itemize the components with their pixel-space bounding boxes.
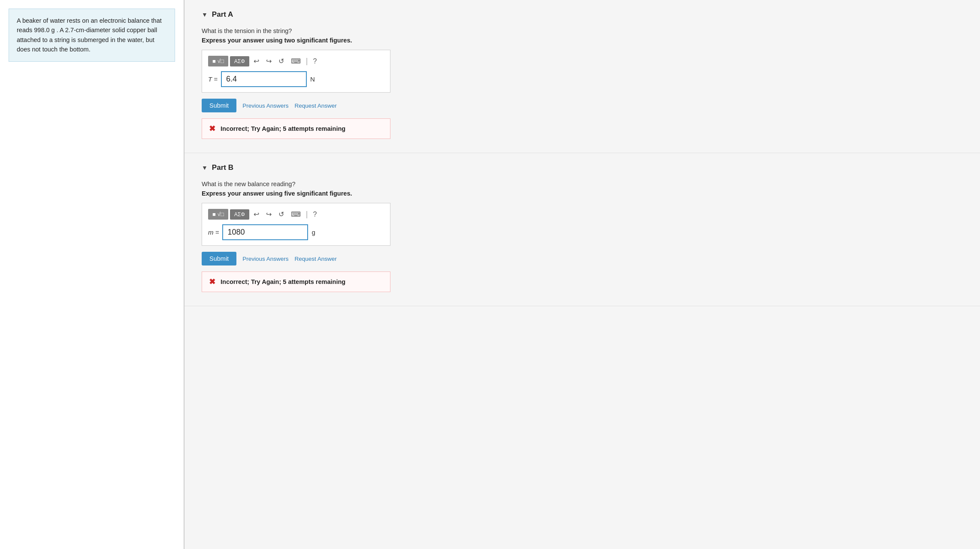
math-sqrt-icon-a: ■ [212, 58, 216, 64]
part-a-request-answer-btn[interactable]: Request Answer [294, 103, 336, 109]
part-b-unit: g [312, 229, 315, 236]
part-b-feedback-box: ✖ Incorrect; Try Again; 5 attempts remai… [202, 271, 390, 292]
part-b-title: Part B [212, 163, 233, 172]
undo-btn-b[interactable]: ↩ [251, 208, 262, 220]
reset-icon-a: ↺ [278, 57, 284, 65]
reset-btn-a[interactable]: ↺ [276, 55, 287, 67]
part-b-input[interactable] [222, 224, 308, 240]
greek-btn-b[interactable]: ΑΣΦ [230, 209, 249, 220]
redo-icon-b: ↪ [266, 211, 272, 218]
part-a-submit-btn[interactable]: Submit [202, 99, 236, 112]
math-sqrt-text-b: √□ [218, 211, 224, 217]
math-sqrt-text-a: √□ [218, 58, 224, 64]
reset-btn-b[interactable]: ↺ [276, 208, 287, 220]
reset-icon-b: ↺ [278, 211, 284, 218]
help-icon-b: ? [313, 211, 317, 218]
part-a-previous-answers-btn[interactable]: Previous Answers [242, 103, 288, 109]
part-b-request-answer-btn[interactable]: Request Answer [294, 256, 336, 262]
help-icon-a: ? [313, 57, 317, 65]
part-b-instruction: Express your answer using five significa… [202, 190, 963, 197]
part-b-question: What is the new balance reading? [202, 181, 963, 187]
part-a-title: Part A [212, 10, 233, 19]
part-a-input[interactable] [221, 71, 307, 87]
redo-icon-a: ↪ [266, 57, 272, 65]
part-b-input-row: m = g [208, 224, 384, 240]
part-a-feedback-text: Incorrect; Try Again; 5 attempts remaini… [221, 125, 345, 132]
part-b-header: ▼ Part B [202, 163, 963, 172]
greek-text-b: ΑΣΦ [234, 211, 245, 217]
part-a-toolbar: ■ √□ ΑΣΦ ↩ ↪ ↺ ⌨ | [208, 55, 384, 67]
part-b-feedback-text: Incorrect; Try Again; 5 attempts remaini… [221, 278, 345, 285]
collapse-arrow-b[interactable]: ▼ [202, 164, 208, 171]
part-a-instruction: Express your answer using two significan… [202, 37, 963, 44]
part-b-section: ▼ Part B What is the new balance reading… [185, 153, 980, 306]
help-btn-a[interactable]: ? [311, 56, 320, 67]
undo-icon-b: ↩ [254, 211, 259, 218]
greek-btn-a[interactable]: ΑΣΦ [230, 56, 249, 66]
part-b-action-row: Submit Previous Answers Request Answer [202, 252, 963, 265]
part-a-action-row: Submit Previous Answers Request Answer [202, 99, 963, 112]
help-btn-b[interactable]: ? [311, 209, 320, 220]
keyboard-icon-a: ⌨ [291, 57, 301, 65]
undo-icon-a: ↩ [254, 57, 259, 65]
keyboard-icon-b: ⌨ [291, 211, 301, 218]
part-b-answer-box: ■ √□ ΑΣΦ ↩ ↪ ↺ ⌨ | [202, 203, 390, 246]
redo-btn-a[interactable]: ↪ [263, 55, 274, 67]
keyboard-btn-b[interactable]: ⌨ [288, 208, 303, 220]
greek-text-a: ΑΣΦ [234, 58, 245, 64]
part-a-var-label: T = [208, 75, 218, 83]
math-template-btn-a[interactable]: ■ √□ [208, 56, 228, 66]
part-b-previous-answers-btn[interactable]: Previous Answers [242, 256, 288, 262]
part-a-incorrect-icon: ✖ [209, 124, 215, 133]
toolbar-sep-a: | [306, 57, 308, 66]
toolbar-sep-b: | [306, 210, 308, 219]
part-a-feedback-box: ✖ Incorrect; Try Again; 5 attempts remai… [202, 118, 390, 139]
part-b-var-label: m = [208, 229, 219, 236]
part-a-header: ▼ Part A [202, 10, 963, 19]
part-a-answer-box: ■ √□ ΑΣΦ ↩ ↪ ↺ ⌨ | [202, 50, 390, 93]
part-a-unit: N [310, 75, 315, 83]
problem-text: A beaker of water rests on an electronic… [9, 9, 175, 62]
main-content: ▼ Part A What is the tension in the stri… [185, 0, 980, 549]
math-template-btn-b[interactable]: ■ √□ [208, 209, 228, 220]
part-a-question: What is the tension in the string? [202, 27, 963, 34]
undo-btn-a[interactable]: ↩ [251, 55, 262, 67]
collapse-arrow-a[interactable]: ▼ [202, 11, 208, 18]
sidebar: A beaker of water rests on an electronic… [0, 0, 185, 549]
part-a-section: ▼ Part A What is the tension in the stri… [185, 0, 980, 153]
keyboard-btn-a[interactable]: ⌨ [288, 55, 303, 67]
part-b-submit-btn[interactable]: Submit [202, 252, 236, 265]
part-b-toolbar: ■ √□ ΑΣΦ ↩ ↪ ↺ ⌨ | [208, 208, 384, 220]
part-a-input-row: T = N [208, 71, 384, 87]
redo-btn-b[interactable]: ↪ [263, 208, 274, 220]
math-sqrt-icon-b: ■ [212, 211, 216, 217]
part-b-incorrect-icon: ✖ [209, 277, 215, 287]
